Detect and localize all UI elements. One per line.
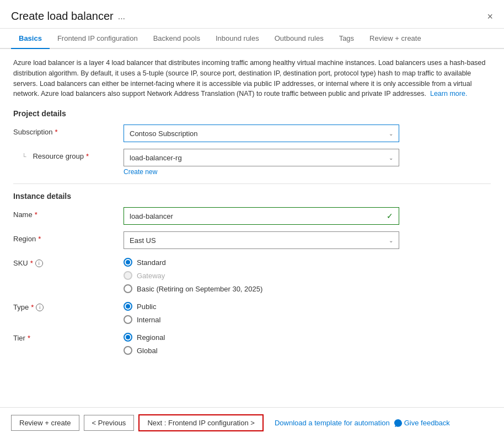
subscription-required: * <box>55 128 58 136</box>
sku-standard-radio[interactable] <box>124 258 132 267</box>
type-options: Public Internal <box>124 300 399 324</box>
region-required: * <box>38 235 41 243</box>
footer-bar: Review + create < Previous Next : Fronte… <box>0 407 504 438</box>
region-value: East US <box>130 236 156 245</box>
feedback-icon <box>394 419 402 427</box>
tier-regional-radio-fill <box>126 335 130 339</box>
type-row: Type * i Public Internal <box>13 300 491 324</box>
region-row: Region * East US ⌄ <box>13 231 491 249</box>
tier-options: Regional Global <box>124 331 399 355</box>
sku-gateway-label: Gateway <box>137 272 165 280</box>
sku-required: * <box>30 259 33 267</box>
sku-gateway-radio[interactable] <box>124 271 132 280</box>
type-public-radio[interactable] <box>124 302 132 311</box>
name-required: * <box>35 210 37 219</box>
section-divider <box>13 183 491 184</box>
subscription-value: Contoso Subscription <box>130 129 198 138</box>
type-label: Type * i <box>13 300 124 311</box>
region-chevron-icon: ⌄ <box>389 237 393 244</box>
resource-group-chevron-icon: ⌄ <box>389 155 393 161</box>
sku-options: Standard Gateway Basic (Retiring on Sept… <box>124 256 399 293</box>
review-create-button[interactable]: Review + create <box>11 415 79 431</box>
resource-group-label: └ Resource group * <box>13 149 124 160</box>
close-button[interactable]: × <box>487 12 493 21</box>
type-internal-label: Internal <box>137 316 160 324</box>
sku-label: SKU * i <box>13 256 124 267</box>
resource-group-value: load-balancer-rg <box>130 154 182 162</box>
subscription-row: Subscription * Contoso Subscription ⌄ <box>13 125 491 142</box>
type-public-radio-fill <box>126 304 130 309</box>
tab-backend-pools[interactable]: Backend pools <box>146 29 208 49</box>
page-title: Create load balancer <box>11 10 114 23</box>
subscription-chevron-icon: ⌄ <box>389 131 393 137</box>
sku-info-icon[interactable]: i <box>35 259 43 267</box>
tab-bar: Basics Frontend IP configuration Backend… <box>0 29 504 49</box>
tier-global-label: Global <box>137 347 158 355</box>
name-label: Name * <box>13 207 124 219</box>
subscription-dropdown[interactable]: Contoso Subscription ⌄ <box>124 125 399 142</box>
resource-group-control: load-balancer-rg ⌄ Create new <box>124 149 399 176</box>
tier-row: Tier * Regional Global <box>13 331 491 355</box>
sku-standard-option[interactable]: Standard <box>124 258 399 267</box>
type-public-option[interactable]: Public <box>124 302 399 311</box>
type-info-icon[interactable]: i <box>36 304 44 311</box>
subscription-control: Contoso Subscription ⌄ <box>124 125 399 142</box>
region-dropdown[interactable]: East US ⌄ <box>124 231 399 249</box>
main-content: Azure load balancer is a layer 4 load ba… <box>0 49 504 370</box>
tab-outbound-rules[interactable]: Outbound rules <box>267 29 331 49</box>
resource-group-row: └ Resource group * load-balancer-rg ⌄ Cr… <box>13 149 491 176</box>
name-valid-icon: ✓ <box>387 212 393 220</box>
instance-details-heading: Instance details <box>13 192 491 201</box>
title-bar: Create load balancer ... × <box>0 0 504 29</box>
name-value: load-balancer <box>130 212 173 220</box>
type-internal-radio[interactable] <box>124 315 132 324</box>
name-control: load-balancer ✓ <box>124 207 399 225</box>
download-template-link[interactable]: Download a template for automation <box>275 419 390 427</box>
sku-standard-radio-fill <box>126 260 130 264</box>
tab-review-create[interactable]: Review + create <box>362 29 429 49</box>
create-new-link[interactable]: Create new <box>124 168 157 176</box>
tier-regional-label: Regional <box>137 333 165 342</box>
tab-inbound-rules[interactable]: Inbound rules <box>208 29 267 49</box>
sku-basic-label: Basic (Retiring on September 30, 2025) <box>137 285 262 293</box>
title-ellipsis: ... <box>118 12 125 21</box>
sku-gateway-option[interactable]: Gateway <box>124 271 399 280</box>
create-load-balancer-window: Create load balancer ... × Basics Fronte… <box>0 0 504 438</box>
previous-button[interactable]: < Previous <box>84 415 135 431</box>
subscription-label: Subscription * <box>13 125 124 136</box>
sku-basic-option[interactable]: Basic (Retiring on September 30, 2025) <box>124 284 399 293</box>
tier-global-radio[interactable] <box>124 346 132 355</box>
learn-more-link[interactable]: Learn more. <box>430 90 467 98</box>
sku-standard-label: Standard <box>137 258 166 267</box>
sku-row: SKU * i Standard Gateway Basic (Retiri <box>13 256 491 293</box>
resource-group-dropdown[interactable]: load-balancer-rg ⌄ <box>124 149 399 166</box>
tab-basics[interactable]: Basics <box>11 29 50 49</box>
tier-label: Tier * <box>13 331 124 342</box>
region-control: East US ⌄ <box>124 231 399 249</box>
tab-frontend-ip[interactable]: Frontend IP configuration <box>50 29 146 49</box>
type-internal-option[interactable]: Internal <box>124 315 399 324</box>
region-label: Region * <box>13 231 124 243</box>
project-details-heading: Project details <box>13 109 491 118</box>
tier-required: * <box>28 334 30 342</box>
resource-group-required: * <box>86 152 89 160</box>
tier-global-option[interactable]: Global <box>124 346 399 355</box>
type-required: * <box>31 303 34 311</box>
give-feedback-link[interactable]: Give feedback <box>394 419 450 427</box>
tier-regional-radio[interactable] <box>124 333 132 342</box>
next-button[interactable]: Next : Frontend IP configuration > <box>138 414 264 431</box>
sku-basic-radio[interactable] <box>124 284 132 293</box>
tier-regional-option[interactable]: Regional <box>124 333 399 342</box>
description-text: Azure load balancer is a layer 4 load ba… <box>13 58 491 99</box>
name-row: Name * load-balancer ✓ <box>13 207 491 225</box>
name-input[interactable]: load-balancer ✓ <box>124 207 399 225</box>
type-public-label: Public <box>137 302 156 311</box>
tab-tags[interactable]: Tags <box>331 29 362 49</box>
